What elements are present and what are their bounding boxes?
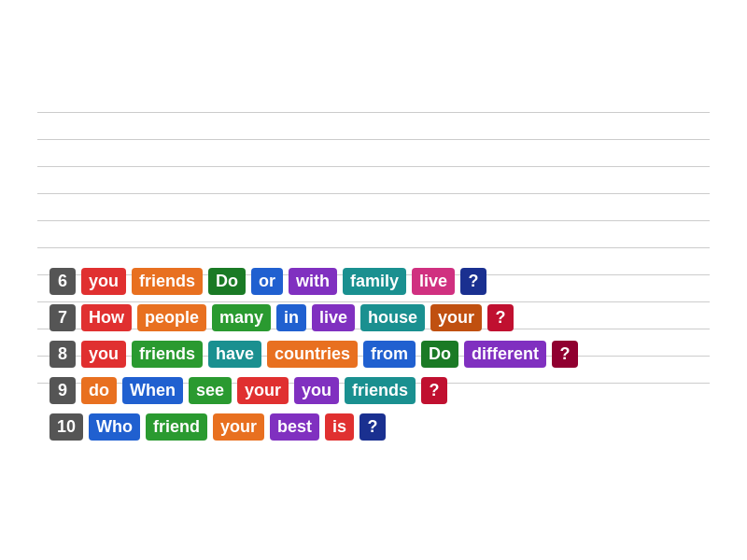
page: 6youfriendsDoorwithfamilylive?7Howpeople…: [0, 0, 747, 560]
word-tile[interactable]: Do: [421, 341, 458, 368]
word-tile[interactable]: friends: [132, 268, 203, 295]
word-tile[interactable]: family: [343, 268, 406, 295]
word-tile[interactable]: best: [270, 413, 319, 441]
word-tile[interactable]: 10: [49, 413, 83, 441]
word-tile[interactable]: or: [251, 268, 283, 295]
line-5: [37, 220, 710, 221]
word-tile[interactable]: you: [81, 341, 126, 368]
word-tile[interactable]: 9: [49, 377, 76, 404]
line-6: [37, 247, 710, 248]
word-tile[interactable]: countries: [267, 341, 358, 368]
word-tile[interactable]: 8: [49, 341, 76, 368]
word-tile[interactable]: friend: [146, 413, 207, 441]
word-tile[interactable]: you: [81, 268, 126, 295]
word-tile[interactable]: house: [360, 304, 425, 331]
word-tile[interactable]: Do: [208, 268, 246, 295]
word-tile[interactable]: different: [464, 341, 546, 368]
word-tile[interactable]: When: [122, 377, 183, 404]
line-1: [37, 112, 710, 113]
line-3: [37, 166, 710, 167]
word-tile[interactable]: do: [81, 377, 117, 404]
sentence-row-row9: 9doWhenseeyouryoufriends?: [47, 375, 700, 406]
word-tile[interactable]: your: [237, 377, 289, 404]
word-tile[interactable]: many: [212, 304, 271, 331]
word-tile[interactable]: ?: [421, 377, 447, 404]
word-tile[interactable]: ?: [359, 413, 386, 441]
line-2: [37, 139, 710, 140]
words-area: 6youfriendsDoorwithfamilylive?7Howpeople…: [47, 266, 700, 448]
word-tile[interactable]: you: [294, 377, 339, 404]
sentence-row-row10: 10Whofriendyourbestis?: [47, 412, 700, 442]
word-tile[interactable]: friends: [345, 377, 416, 404]
word-tile[interactable]: have: [208, 341, 261, 368]
word-tile[interactable]: with: [289, 268, 337, 295]
sentence-row-row6: 6youfriendsDoorwithfamilylive?: [47, 266, 700, 297]
word-tile[interactable]: is: [325, 413, 354, 441]
sentence-row-row7: 7Howpeoplemanyinlivehouseyour?: [47, 302, 700, 333]
word-tile[interactable]: ?: [552, 341, 578, 368]
word-tile[interactable]: live: [412, 268, 455, 295]
word-tile[interactable]: live: [312, 304, 355, 331]
word-tile[interactable]: Who: [89, 413, 140, 441]
word-tile[interactable]: see: [189, 377, 232, 404]
word-tile[interactable]: friends: [132, 341, 203, 368]
word-tile[interactable]: from: [363, 341, 416, 368]
sentence-row-row8: 8youfriendshavecountriesfromDodifferent?: [47, 339, 700, 370]
word-tile[interactable]: your: [430, 304, 482, 331]
word-tile[interactable]: your: [213, 413, 264, 441]
word-tile[interactable]: 7: [49, 304, 76, 331]
word-tile[interactable]: ?: [460, 268, 486, 295]
word-tile[interactable]: people: [137, 304, 206, 331]
word-tile[interactable]: How: [81, 304, 132, 331]
word-tile[interactable]: in: [276, 304, 306, 331]
line-4: [37, 193, 710, 194]
word-tile[interactable]: ?: [487, 304, 514, 331]
word-tile[interactable]: 6: [49, 268, 76, 295]
